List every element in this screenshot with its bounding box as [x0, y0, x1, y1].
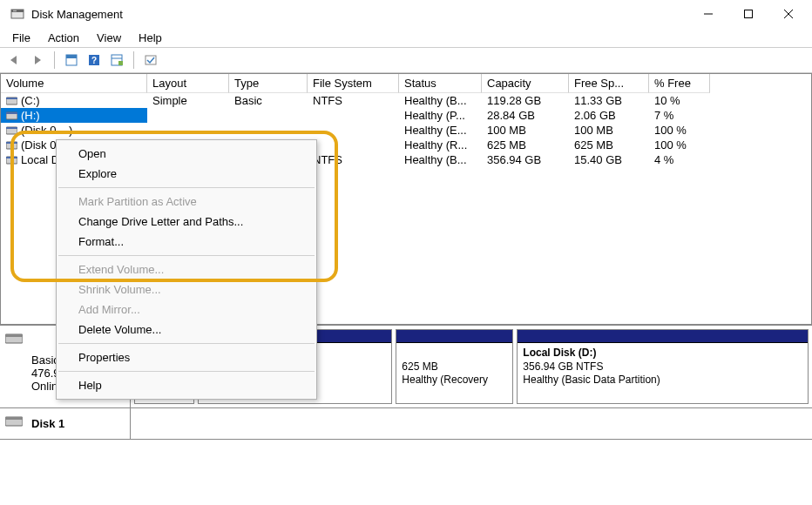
col-volume[interactable]: Volume	[1, 74, 147, 93]
cell-capacity: 625 MB	[482, 138, 569, 152]
table-row[interactable]: (H:)Healthy (P...28.84 GB2.06 GB7 %	[1, 108, 811, 123]
context-menu-item[interactable]: Explore	[58, 164, 315, 184]
svg-rect-15	[145, 56, 156, 64]
context-menu-item[interactable]: Help	[58, 375, 315, 395]
context-menu-item[interactable]: Open	[58, 144, 315, 164]
volume-context-menu: OpenExploreMark Partition as ActiveChang…	[56, 139, 317, 400]
cell-free: 15.40 GB	[569, 152, 649, 167]
minimize-button[interactable]	[688, 0, 728, 28]
cell-free: 11.33 GB	[569, 93, 649, 108]
svg-rect-1	[11, 10, 24, 12]
table-row[interactable]: (C:)SimpleBasicNTFSHealthy (B...119.28 G…	[1, 93, 811, 108]
volume-icon	[6, 125, 17, 136]
cell-layout	[147, 108, 229, 123]
disk-1-title: Disk 1	[31, 417, 123, 430]
toolbar: ?	[0, 47, 812, 73]
cell-capacity: 100 MB	[482, 123, 569, 138]
cell-filesystem	[308, 138, 399, 152]
context-menu-item[interactable]: Format...	[58, 232, 315, 252]
menu-help[interactable]: Help	[132, 30, 169, 46]
cell-pct: 10 %	[649, 93, 710, 108]
svg-rect-5	[745, 10, 753, 18]
svg-rect-21	[6, 127, 17, 129]
cell-status: Healthy (B...	[399, 93, 482, 108]
col-layout[interactable]: Layout	[147, 74, 229, 93]
partition-recovery-status: Healthy (Recovery	[402, 374, 507, 387]
cell-filesystem: NTFS	[308, 152, 399, 167]
cell-type: Basic	[229, 93, 308, 108]
svg-rect-23	[6, 142, 17, 144]
cell-type	[229, 108, 308, 123]
disk-1-label[interactable]: Disk 1	[0, 408, 131, 439]
volume-icon	[6, 95, 17, 106]
context-menu-item[interactable]: Properties	[58, 347, 315, 367]
table-row[interactable]: (Disk 0 ...)Healthy (E...100 MB100 MB100…	[1, 123, 811, 138]
cell-status: Healthy (E...	[399, 123, 482, 138]
disk-1-row: Disk 1	[0, 408, 812, 440]
cell-layout: Simple	[147, 93, 229, 108]
svg-point-2	[13, 10, 14, 11]
svg-rect-25	[6, 157, 17, 158]
cell-layout	[147, 123, 229, 138]
col-capacity[interactable]: Capacity	[482, 74, 569, 93]
cell-status: Healthy (R...	[399, 138, 482, 152]
cell-pct: 7 %	[649, 108, 710, 123]
partition-d[interactable]: Local Disk (D:) 356.94 GB NTFS Healthy (…	[517, 329, 809, 404]
svg-rect-9	[66, 55, 77, 58]
context-menu-item: Mark Partition as Active	[58, 192, 315, 212]
col-free-space[interactable]: Free Sp...	[569, 74, 649, 93]
cell-pct: 100 %	[649, 138, 710, 152]
volume-name: (C:)	[21, 94, 40, 107]
partition-d-size: 356.94 GB NTFS	[523, 360, 802, 374]
svg-point-3	[15, 10, 16, 11]
volume-icon	[6, 154, 17, 165]
partition-recovery-size: 625 MB	[402, 360, 507, 374]
help-icon[interactable]: ?	[85, 50, 104, 70]
context-menu-item: Add Mirror...	[58, 300, 315, 320]
volume-name: (H:)	[21, 109, 40, 122]
disk-icon	[5, 415, 23, 428]
col-filesystem[interactable]: File System	[308, 74, 399, 93]
menu-action[interactable]: Action	[41, 30, 86, 46]
cell-status: Healthy (P...	[399, 108, 482, 123]
nav-forward-button[interactable]	[28, 50, 47, 70]
context-menu-item[interactable]: Change Drive Letter and Paths...	[58, 212, 315, 232]
nav-back-button[interactable]	[5, 50, 24, 70]
cell-capacity: 356.94 GB	[482, 152, 569, 167]
cell-filesystem: NTFS	[308, 93, 399, 108]
maximize-button[interactable]	[728, 0, 768, 28]
cell-capacity: 28.84 GB	[482, 108, 569, 123]
col-status[interactable]: Status	[399, 74, 482, 93]
volume-icon	[6, 139, 17, 151]
view-options-icon[interactable]	[107, 50, 126, 70]
cell-pct: 100 %	[649, 123, 710, 138]
context-menu-item: Extend Volume...	[58, 259, 315, 279]
col-type[interactable]: Type	[229, 74, 308, 93]
col-pct-free[interactable]: % Free	[649, 74, 710, 93]
cell-free: 625 MB	[569, 138, 649, 152]
svg-rect-27	[5, 334, 23, 337]
context-menu-item[interactable]: Delete Volume...	[58, 320, 315, 340]
table-header-row: Volume Layout Type File System Status Ca…	[1, 74, 811, 93]
context-menu-item: Shrink Volume...	[58, 279, 315, 300]
svg-rect-17	[6, 98, 17, 99]
cell-free: 100 MB	[569, 123, 649, 138]
disk-icon	[5, 333, 23, 345]
app-icon	[10, 7, 24, 21]
svg-rect-29	[5, 417, 23, 420]
menu-view[interactable]: View	[90, 30, 128, 46]
settings-icon[interactable]	[141, 50, 160, 70]
cell-status: Healthy (B...	[399, 152, 482, 167]
svg-text:?: ?	[91, 56, 97, 65]
svg-rect-14	[118, 61, 123, 65]
close-button[interactable]	[768, 0, 809, 28]
menu-file[interactable]: File	[5, 30, 37, 46]
cell-filesystem	[308, 123, 399, 138]
cell-free: 2.06 GB	[569, 108, 649, 123]
cell-capacity: 119.28 GB	[482, 93, 569, 108]
partition-recovery[interactable]: 625 MB Healthy (Recovery	[396, 329, 513, 404]
menu-bar: File Action View Help	[0, 28, 812, 47]
refresh-icon[interactable]	[62, 50, 81, 70]
cell-filesystem	[308, 108, 399, 123]
title-bar: Disk Management	[0, 0, 812, 28]
